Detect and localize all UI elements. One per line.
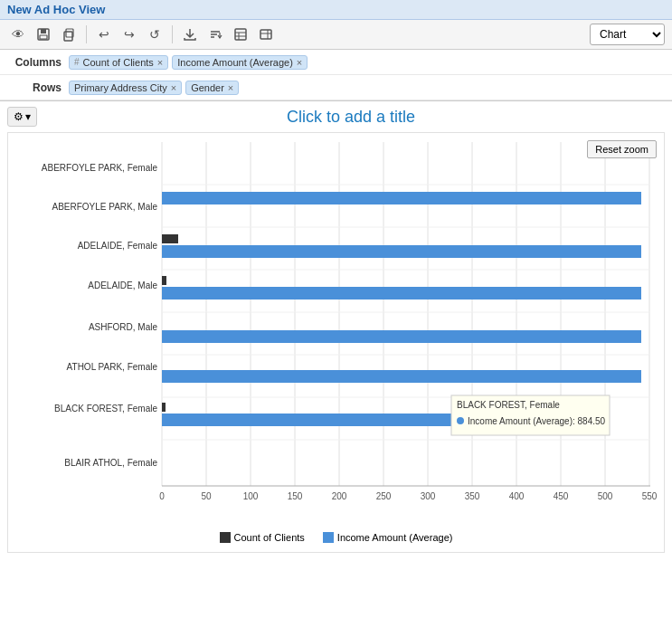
legend-count: Count of Clients	[220, 532, 305, 543]
gear-icon: ⚙	[14, 110, 24, 123]
gear-button[interactable]: ⚙ ▾	[7, 107, 37, 127]
svg-rect-1	[41, 29, 46, 33]
chart-type-dropdown[interactable]: Chart Table Crosstab	[590, 24, 665, 45]
svg-rect-2	[40, 35, 47, 39]
svg-text:100: 100	[243, 491, 259, 501]
chart-container: Reset zoom .y-label { font-size: 10px; f…	[7, 132, 665, 553]
tag-label-gender: Gender	[191, 82, 224, 93]
refresh-icon[interactable]: ↺	[144, 24, 166, 45]
columns-label: Columns	[7, 56, 62, 69]
chart-toolbar: ⚙ ▾ Click to add a title	[0, 101, 672, 132]
svg-point-52	[457, 417, 464, 424]
main-area: ⚙ ▾ Click to add a title Reset zoom .y-l…	[0, 101, 672, 553]
remove-count-tag[interactable]: ×	[157, 57, 163, 68]
svg-text:ATHOL PARK, Female: ATHOL PARK, Female	[67, 362, 158, 372]
format-icon[interactable]	[255, 24, 277, 45]
sort-icon[interactable]	[204, 24, 226, 45]
svg-rect-55	[323, 532, 334, 543]
remove-city-tag[interactable]: ×	[171, 82, 176, 93]
svg-text:BLACK FOREST, Female: BLACK FOREST, Female	[54, 404, 157, 414]
income-bar-1	[162, 192, 641, 204]
fields-area: Columns # Count of Clients × Income Amou…	[0, 50, 672, 101]
rows-label: Rows	[7, 81, 62, 94]
svg-text:ASHFORD, Male: ASHFORD, Male	[89, 322, 158, 332]
svg-text:350: 350	[465, 491, 480, 501]
svg-text:0: 0	[159, 491, 165, 501]
svg-text:Income Amount (Average): 884.5: Income Amount (Average): 884.50	[468, 416, 606, 426]
legend-income-label: Income Amount (Average)	[337, 532, 453, 543]
undo-icon[interactable]: ↩	[93, 24, 115, 45]
svg-rect-9	[260, 30, 271, 39]
hash-icon: #	[74, 57, 80, 67]
rows-tags: Primary Address City × Gender ×	[69, 81, 239, 95]
toolbar: 👁 ↩ ↪ ↺ Chart Table Crosstab	[0, 20, 672, 50]
svg-text:200: 200	[332, 491, 347, 501]
income-swatch	[323, 532, 334, 543]
count-swatch	[220, 532, 231, 543]
rows-row: Rows Primary Address City × Gender ×	[0, 75, 672, 100]
svg-text:ABERFOYLE PARK, Female: ABERFOYLE PARK, Female	[42, 163, 158, 173]
primary-address-city-tag[interactable]: Primary Address City ×	[69, 81, 182, 95]
income-bar-3	[162, 287, 641, 299]
svg-rect-3	[64, 32, 72, 41]
count-bar-6	[162, 403, 166, 412]
legend-income: Income Amount (Average)	[323, 532, 453, 543]
svg-text:500: 500	[598, 491, 613, 501]
title-bar: New Ad Hoc View	[0, 0, 672, 20]
chart-svg-area: .y-label { font-size: 10px; fill: #333; …	[8, 133, 664, 525]
columns-row: Columns # Count of Clients × Income Amou…	[0, 50, 672, 75]
chart-legend: Count of Clients Income Amount (Average)	[8, 525, 664, 552]
svg-text:250: 250	[376, 491, 392, 501]
table-icon[interactable]	[230, 24, 251, 45]
svg-text:ADELAIDE, Female: ADELAIDE, Female	[78, 241, 158, 251]
svg-rect-5	[235, 29, 246, 40]
svg-text:BLACK FOREST, Female: BLACK FOREST, Female	[457, 400, 560, 410]
row-7: BLAIR ATHOL, Female	[64, 458, 157, 468]
count-bar-2	[162, 234, 178, 243]
app-title: New Ad Hoc View	[7, 3, 105, 16]
svg-text:BLAIR ATHOL, Female: BLAIR ATHOL, Female	[64, 458, 157, 468]
chart-title[interactable]: Click to add a title	[37, 108, 665, 127]
gear-arrow: ▾	[25, 110, 31, 123]
svg-text:300: 300	[421, 491, 436, 501]
income-amount-tag[interactable]: Income Amount (Average) ×	[172, 55, 308, 70]
copy-icon[interactable]	[58, 24, 80, 45]
count-bar-3	[162, 276, 166, 285]
income-bar-5	[162, 370, 641, 383]
svg-text:450: 450	[554, 491, 569, 501]
legend-count-label: Count of Clients	[234, 532, 305, 543]
separator-1	[86, 25, 87, 43]
redo-icon[interactable]: ↪	[118, 24, 140, 45]
columns-tags: # Count of Clients × Income Amount (Aver…	[69, 55, 308, 70]
svg-rect-54	[220, 532, 231, 543]
svg-text:150: 150	[288, 491, 303, 501]
svg-text:50: 50	[201, 491, 212, 501]
separator-2	[172, 25, 173, 43]
gender-tag[interactable]: Gender ×	[185, 81, 239, 95]
tag-label-count: Count of Clients	[83, 57, 154, 68]
row-0: ABERFOYLE PARK, Female	[42, 163, 158, 173]
svg-text:ADELAIDE, Male: ADELAIDE, Male	[88, 280, 157, 290]
x-tick-labels: 0 50 100 150 200 250 300 350 400 450 500…	[159, 491, 658, 501]
svg-text:550: 550	[642, 491, 658, 501]
export-icon[interactable]	[179, 24, 201, 45]
tooltip: BLACK FOREST, Female Income Amount (Aver…	[451, 395, 610, 435]
count-of-clients-tag[interactable]: # Count of Clients ×	[69, 55, 168, 70]
save-icon[interactable]	[33, 24, 54, 45]
income-bar-2	[162, 245, 641, 258]
bar-chart: .y-label { font-size: 10px; fill: #333; …	[8, 133, 659, 522]
view-icon[interactable]: 👁	[7, 24, 29, 45]
svg-text:400: 400	[509, 491, 525, 501]
svg-text:ABERFOYLE PARK, Male: ABERFOYLE PARK, Male	[52, 202, 157, 212]
tag-label-income: Income Amount (Average)	[177, 57, 293, 68]
remove-income-tag[interactable]: ×	[297, 57, 302, 68]
income-bar-4	[162, 330, 641, 343]
reset-zoom-button[interactable]: Reset zoom	[587, 140, 657, 158]
remove-gender-tag[interactable]: ×	[228, 82, 233, 93]
tag-label-city: Primary Address City	[74, 82, 167, 93]
